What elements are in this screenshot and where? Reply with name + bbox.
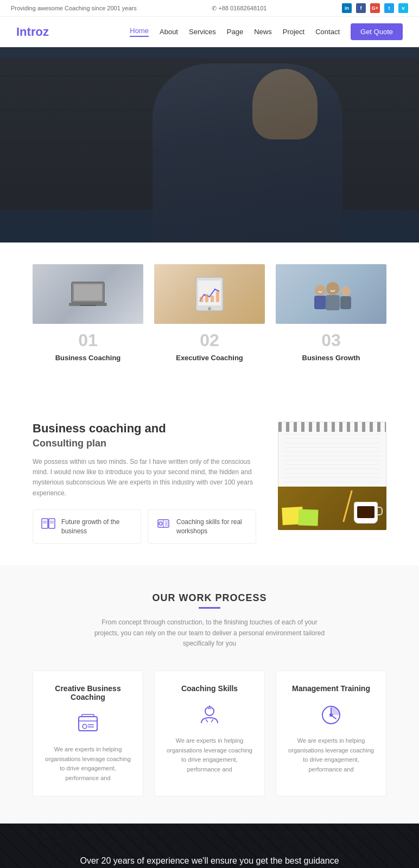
svg-rect-7 <box>205 294 208 302</box>
nav-links: Home About Services Page News Project Co… <box>130 23 403 40</box>
process-card-coaching: Coaching Skills We are experts in helpin… <box>154 671 265 796</box>
card-business-coaching: 01 Business Coaching <box>33 264 143 362</box>
work-process-title: OUR WORK PROCESS <box>33 592 386 604</box>
svg-rect-8 <box>211 296 214 302</box>
svg-rect-3 <box>80 305 96 306</box>
process-cards: Creative Business Coaching We are expert… <box>33 671 386 796</box>
work-process-section: OUR WORK PROCESS From concept through co… <box>0 565 419 824</box>
nav-news[interactable]: News <box>254 28 272 36</box>
workshop-icon <box>156 518 171 529</box>
biz-features: Future growth of the business Coaching s… <box>33 509 256 544</box>
card-number-3: 03 <box>276 330 386 350</box>
biz-text: We possess within us two minds. So far I… <box>33 457 256 499</box>
svg-rect-6 <box>200 297 203 302</box>
cards-section: 01 Business Coaching 02 E <box>0 242 419 400</box>
section-divider <box>199 607 220 609</box>
biz-subheading: Consulting plan <box>33 438 256 449</box>
twitter-icon[interactable]: t <box>384 3 394 13</box>
cta-text: Over 20 years of experience we'll ensure… <box>16 856 403 866</box>
hero-section <box>0 47 419 242</box>
svg-point-11 <box>315 285 326 296</box>
card-tablet-image <box>154 264 265 324</box>
svg-point-13 <box>326 282 339 295</box>
card-number-1: 01 <box>33 330 143 350</box>
nav-project[interactable]: Project <box>283 28 304 36</box>
svg-rect-16 <box>340 296 351 309</box>
card-laptop-image <box>33 264 143 324</box>
nav-home[interactable]: Home <box>130 27 149 37</box>
process-card-creative: Creative Business Coaching We are expert… <box>33 671 143 796</box>
process-card-title-1: Creative Business Coaching <box>44 684 132 701</box>
card-executive-coaching: 02 Executive Coaching <box>154 264 265 362</box>
card-number-2: 02 <box>154 330 265 350</box>
card-title-1: Business Coaching <box>33 354 143 362</box>
social-links: in f G+ t v <box>342 3 408 13</box>
process-card-text-2: We are experts in helping organisations … <box>166 736 253 774</box>
svg-rect-9 <box>216 291 219 302</box>
top-bar: Providing awesome Coaching since 2001 ye… <box>0 0 419 17</box>
process-card-management: Management Training We are experts in he… <box>276 671 386 796</box>
work-process-subtitle: From concept through construction, to th… <box>90 617 329 649</box>
svg-line-39 <box>211 719 213 722</box>
card-business-growth: 03 Business Growth <box>276 264 386 362</box>
svg-rect-18 <box>49 519 55 528</box>
creative-icon <box>74 710 101 737</box>
navbar: Introz Home About Services Page News Pro… <box>0 17 419 47</box>
card-title-2: Executive Coaching <box>154 354 265 362</box>
logo-letter: z <box>43 25 49 39</box>
top-bar-phone: ✆ +88 01682648101 <box>212 5 266 12</box>
nav-contact[interactable]: Contact <box>315 28 340 36</box>
biz-left: Business coaching and Consulting plan We… <box>33 422 256 544</box>
svg-point-33 <box>82 724 87 729</box>
coaching-icon <box>196 701 223 729</box>
svg-point-41 <box>329 713 333 717</box>
svg-rect-12 <box>314 296 326 309</box>
svg-point-26 <box>159 522 162 525</box>
svg-rect-14 <box>326 295 340 310</box>
facebook-icon[interactable]: f <box>356 3 366 13</box>
feature-text-1: Future growth of the business <box>61 518 133 536</box>
management-icon <box>318 701 345 729</box>
logo-text: Intro <box>16 25 43 39</box>
nav-page[interactable]: Page <box>227 28 243 36</box>
cta-banner: Over 20 years of experience we'll ensure… <box>0 824 419 868</box>
biz-feature-1: Future growth of the business <box>33 509 141 544</box>
googleplus-icon[interactable]: G+ <box>370 3 380 13</box>
process-card-text-3: We are experts in helping organisations … <box>287 736 375 774</box>
svg-rect-31 <box>82 714 94 717</box>
service-cards: 01 Business Coaching 02 E <box>33 264 386 362</box>
logo[interactable]: Introz <box>16 25 49 39</box>
nav-about[interactable]: About <box>160 28 178 36</box>
card-people-image <box>276 264 386 324</box>
nav-services[interactable]: Services <box>189 28 216 36</box>
svg-rect-17 <box>42 519 48 528</box>
svg-line-38 <box>206 719 208 722</box>
vimeo-icon[interactable]: v <box>398 3 408 13</box>
get-quote-button[interactable]: Get Quote <box>351 23 403 40</box>
biz-feature-2: Coaching skills for real workshops <box>148 509 256 544</box>
biz-coaching-section: Business coaching and Consulting plan We… <box>0 400 419 565</box>
biz-right <box>278 422 386 530</box>
process-card-text-1: We are experts in helping organisations … <box>44 745 132 783</box>
card-title-3: Business Growth <box>276 354 386 362</box>
svg-rect-30 <box>79 717 97 731</box>
top-bar-tagline: Providing awesome Coaching since 2001 ye… <box>11 5 137 11</box>
svg-point-15 <box>341 286 351 296</box>
book-icon <box>41 518 56 529</box>
biz-heading: Business coaching and <box>33 422 256 436</box>
svg-rect-1 <box>74 284 102 301</box>
svg-point-10 <box>208 307 211 310</box>
process-card-title-2: Coaching Skills <box>166 684 253 693</box>
process-card-title-3: Management Training <box>287 684 375 693</box>
consulting-image <box>278 422 386 530</box>
linkedin-icon[interactable]: in <box>342 3 352 13</box>
feature-text-2: Coaching skills for real workshops <box>176 518 248 536</box>
